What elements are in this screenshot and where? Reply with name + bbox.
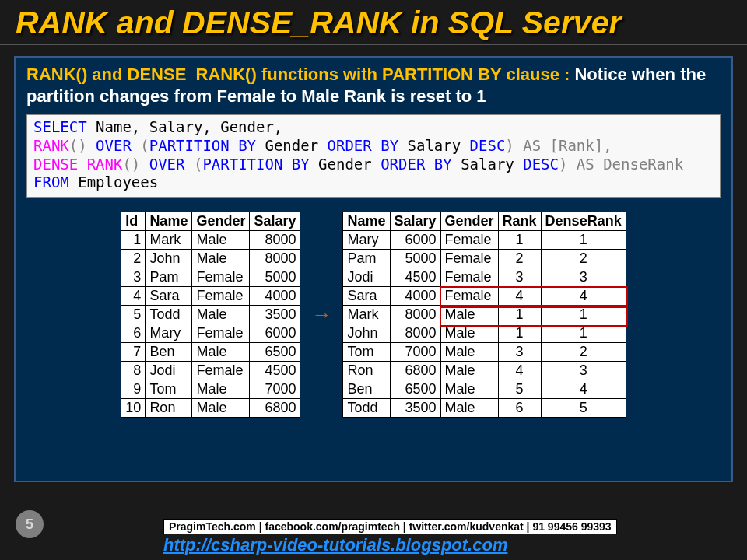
- table-row: John8000Male11: [343, 324, 626, 343]
- cell: Todd: [146, 306, 192, 324]
- cell: Pam: [146, 268, 192, 287]
- slide: RANK and DENSE_RANK in SQL Server RANK()…: [0, 0, 747, 560]
- cell: 5000: [390, 250, 440, 268]
- cell: 10: [121, 399, 146, 418]
- table-row: 7BenMale6500: [121, 343, 300, 362]
- cell: Female: [440, 231, 498, 250]
- cell: Male: [440, 362, 498, 380]
- cell: 2: [498, 250, 541, 268]
- table-row: Sara4000Female44: [343, 287, 626, 306]
- cell: Female: [192, 287, 250, 306]
- cell: 6500: [250, 343, 300, 362]
- cell: 7: [121, 343, 146, 362]
- table-header-row: NameSalaryGenderRankDenseRank: [343, 212, 626, 231]
- cell: John: [343, 324, 390, 343]
- cell: 4: [498, 362, 541, 380]
- col-header: Name: [146, 212, 192, 231]
- cell: 5: [121, 306, 146, 324]
- subtitle-lead: RANK() and DENSE_RANK() functions with P…: [26, 65, 574, 84]
- cell: 1: [498, 324, 541, 343]
- cell: Sara: [343, 287, 390, 306]
- cell: Male: [192, 343, 250, 362]
- cell: 6000: [250, 324, 300, 343]
- cell: Male: [192, 380, 250, 399]
- cell: Female: [440, 250, 498, 268]
- cell: 8000: [390, 324, 440, 343]
- cell: John: [146, 250, 192, 268]
- cell: Male: [192, 231, 250, 250]
- table-row: 9TomMale7000: [121, 380, 300, 399]
- cell: 8000: [250, 231, 300, 250]
- table-row: 2JohnMale8000: [121, 250, 300, 268]
- cell: 4: [121, 287, 146, 306]
- col-header: Salary: [250, 212, 300, 231]
- cell: Female: [192, 324, 250, 343]
- table-row: Ben6500Male54: [343, 380, 626, 399]
- col-header: Salary: [390, 212, 440, 231]
- table-row: 6MaryFemale6000: [121, 324, 300, 343]
- table-row: 3PamFemale5000: [121, 268, 300, 287]
- table-row: Ron6800Male43: [343, 362, 626, 380]
- cell: Mary: [343, 231, 390, 250]
- cell: 3500: [250, 306, 300, 324]
- fn-rank: RANK: [33, 137, 69, 154]
- cell: 5: [498, 380, 541, 399]
- footer-link[interactable]: http://csharp-video-tutorials.blogspot.c…: [163, 535, 507, 555]
- cell: Male: [440, 324, 498, 343]
- kw-select: SELECT: [33, 118, 87, 135]
- cell: Male: [192, 306, 250, 324]
- table-row: 4SaraFemale4000: [121, 287, 300, 306]
- cell: 4000: [250, 287, 300, 306]
- cell: 1: [541, 231, 626, 250]
- cell: 2: [541, 343, 626, 362]
- arrow-icon: →: [311, 303, 331, 327]
- subtitle: RANK() and DENSE_RANK() functions with P…: [26, 64, 721, 107]
- result-table-wrap: NameSalaryGenderRankDenseRank Mary6000Fe…: [342, 212, 626, 418]
- cell: Female: [440, 268, 498, 287]
- table-row: Mark8000Male11: [343, 306, 626, 324]
- cell: Male: [192, 399, 250, 418]
- cell: 2: [541, 250, 626, 268]
- cell: 3: [498, 268, 541, 287]
- col-header: DenseRank: [541, 212, 626, 231]
- cell: Mary: [146, 324, 192, 343]
- cell: 4000: [390, 287, 440, 306]
- cell: 3: [541, 268, 626, 287]
- cell: 3: [498, 343, 541, 362]
- cell: Tom: [146, 380, 192, 399]
- cell: Mark: [343, 306, 390, 324]
- cell: Jodi: [146, 362, 192, 380]
- cell: 1: [541, 324, 626, 343]
- cell: 4500: [250, 362, 300, 380]
- cell: Male: [440, 380, 498, 399]
- cell: Tom: [343, 343, 390, 362]
- cell: 8000: [390, 306, 440, 324]
- cell: Male: [192, 250, 250, 268]
- cell: 8000: [250, 250, 300, 268]
- cell: 4: [541, 287, 626, 306]
- table-row: 10RonMale6800: [121, 399, 300, 418]
- cell: 1: [541, 306, 626, 324]
- code-cols: Name, Salary, Gender,: [87, 118, 283, 135]
- table-row: 1MarkMale8000: [121, 231, 300, 250]
- result-table: NameSalaryGenderRankDenseRank Mary6000Fe…: [342, 212, 626, 418]
- cell: 4: [541, 380, 626, 399]
- cell: Ben: [146, 343, 192, 362]
- kw-from: FROM: [33, 173, 69, 191]
- col-header: Gender: [192, 212, 250, 231]
- cell: 6: [121, 324, 146, 343]
- input-table: IdNameGenderSalary 1MarkMale80002JohnMal…: [121, 212, 300, 418]
- table-row: 8JodiFemale4500: [121, 362, 300, 380]
- cell: 6: [498, 399, 541, 418]
- table-row: Pam5000Female22: [343, 250, 626, 268]
- cell: Female: [192, 362, 250, 380]
- cell: 6000: [390, 231, 440, 250]
- col-header: Gender: [440, 212, 498, 231]
- table-header-row: IdNameGenderSalary: [121, 212, 300, 231]
- sql-code-block: SELECT Name, Salary, Gender, RANK() OVER…: [26, 114, 721, 198]
- cell: Ben: [343, 380, 390, 399]
- cell: Pam: [343, 250, 390, 268]
- cell: 7000: [390, 343, 440, 362]
- cell: 4500: [390, 268, 440, 287]
- cell: 6800: [390, 362, 440, 380]
